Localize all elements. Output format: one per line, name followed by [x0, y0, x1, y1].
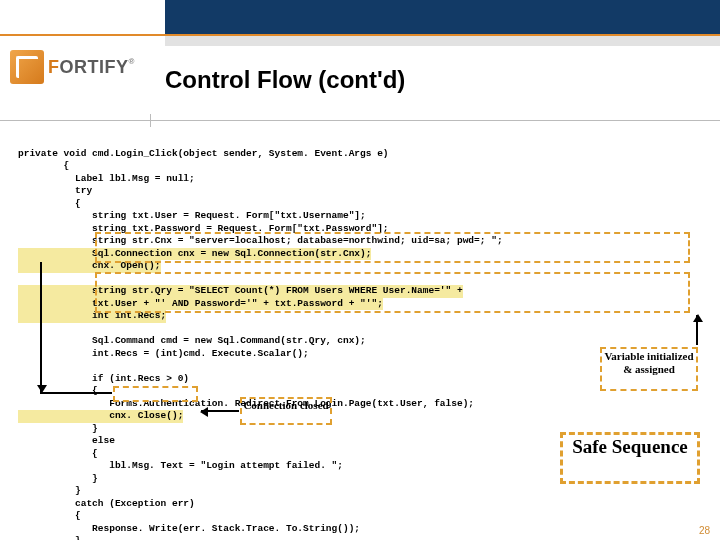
- code-line: }: [18, 485, 81, 496]
- code-line: Response. Write(err. Stack.Trace. To.Str…: [18, 523, 360, 534]
- code-line: if (int.Recs > 0): [18, 373, 189, 384]
- code-line: catch (Exception err): [18, 498, 195, 509]
- arrow-close-to-label: [201, 410, 239, 412]
- label-variable-initialized: Variable initialized & assigned: [602, 350, 696, 376]
- label-connection-closed: Connection closed: [242, 399, 330, 411]
- code-line: {: [18, 385, 98, 396]
- code-line: int.Recs = (int)cmd. Execute.Scalar();: [18, 348, 309, 359]
- slide-number: 28: [699, 525, 710, 536]
- arrow-flow-right: [40, 392, 112, 394]
- code-line: lbl.Msg. Text = "Login attempt failed. "…: [18, 460, 343, 471]
- code-line: }: [18, 473, 98, 484]
- header-blue-bar: [165, 0, 720, 34]
- code-line: {: [18, 448, 98, 459]
- slide-title: Control Flow (cont'd): [165, 66, 405, 94]
- code-line: Label lbl.Msg = null;: [18, 173, 195, 184]
- logo-registered: ®: [129, 57, 135, 66]
- logo-text-prefix: F: [48, 57, 60, 77]
- logo-text-rest: ORTIFY: [60, 57, 129, 77]
- code-line: string txt.User = Request. Form["txt.Use…: [18, 210, 366, 221]
- code-line: cnx. Close();: [18, 410, 183, 423]
- code-line: }: [18, 535, 81, 540]
- arrow-var-up: [696, 315, 698, 345]
- code-line: {: [18, 510, 81, 521]
- code-line: {: [18, 198, 81, 209]
- code-line: try: [18, 185, 92, 196]
- header-orange-rule: [0, 34, 720, 36]
- code-line: }: [18, 423, 98, 434]
- annotation-box-vars: [95, 232, 690, 263]
- title-rule: [0, 120, 720, 121]
- fortify-logo: FORTIFY®: [10, 50, 135, 84]
- annotation-box-query: [95, 272, 690, 313]
- code-line: Sql.Command cmd = new Sql.Command(str.Qr…: [18, 335, 366, 346]
- logo-text: FORTIFY®: [48, 57, 135, 78]
- code-line: private void cmd.Login_Click(object send…: [18, 148, 389, 159]
- annotation-box-close: [113, 386, 198, 402]
- logo-icon: [10, 50, 44, 84]
- label-safe-sequence: Safe Sequence: [562, 436, 698, 458]
- code-line: {: [18, 160, 69, 171]
- arrow-flow-down: [40, 262, 42, 392]
- code-line: else: [18, 435, 115, 446]
- title-rule-sep: [150, 114, 151, 127]
